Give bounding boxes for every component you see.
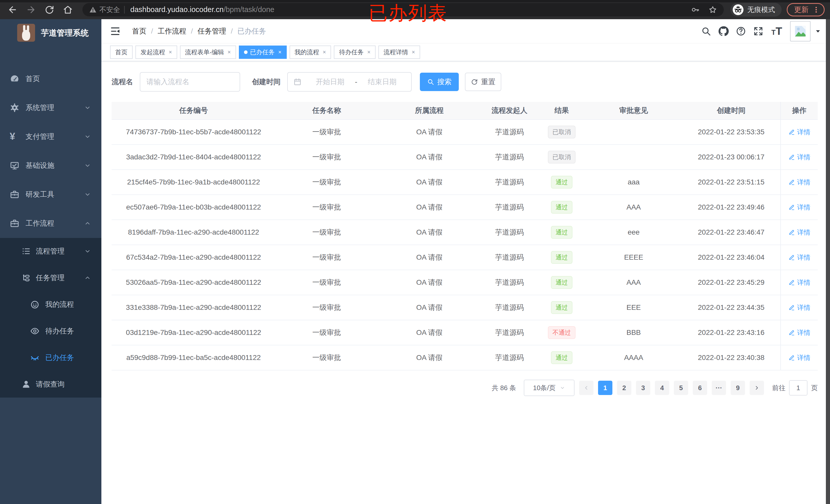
result-badge: 通过: [551, 226, 572, 239]
cell-created: 2022-01-23 00:06:17: [682, 153, 780, 161]
browser-menu-icon[interactable]: [812, 6, 820, 14]
sidebar-item-infra[interactable]: 基础设施: [0, 151, 101, 180]
tab-home[interactable]: 首页: [110, 45, 133, 59]
close-icon[interactable]: ×: [367, 49, 371, 56]
page-button-3[interactable]: 3: [636, 381, 650, 395]
calendar-icon: [293, 78, 301, 86]
result-badge: 已取消: [548, 126, 576, 138]
home-icon[interactable]: [62, 4, 74, 15]
sidebar-item-done-tasks[interactable]: 已办任务: [0, 344, 101, 371]
help-icon[interactable]: [732, 26, 749, 36]
breadcrumb-home[interactable]: 首页: [132, 26, 147, 36]
detail-link[interactable]: 详情: [788, 128, 810, 137]
cell-task-id: 53026aa5-7b9a-11ec-a290-acde48001122: [111, 278, 276, 287]
detail-link[interactable]: 详情: [788, 303, 810, 312]
page-button-4[interactable]: 4: [655, 381, 669, 395]
detail-link[interactable]: 详情: [788, 203, 810, 212]
reload-icon[interactable]: [43, 4, 55, 15]
table-row: ec507ae6-7b9a-11ec-b03b-acde48001122 一级审…: [111, 195, 818, 220]
search-button[interactable]: 搜索: [420, 73, 459, 91]
detail-link[interactable]: 详情: [788, 353, 810, 362]
prev-page-button[interactable]: [579, 381, 594, 395]
key-icon[interactable]: [691, 5, 700, 14]
page-ellipsis-button[interactable]: ···: [712, 381, 726, 395]
cell-opinion: AAAA: [585, 354, 682, 362]
github-icon[interactable]: [715, 25, 732, 37]
close-icon[interactable]: ×: [228, 49, 231, 56]
end-date-placeholder: 结束日期: [359, 77, 406, 87]
page-button-1[interactable]: 1: [598, 381, 612, 395]
update-button[interactable]: 更新: [787, 3, 825, 16]
sidebar-item-workflow[interactable]: 工作流程: [0, 209, 101, 238]
cell-opinion: eee: [585, 228, 682, 236]
reset-button[interactable]: 重置: [465, 73, 501, 91]
tab-todo-tasks[interactable]: 待办任务 ×: [334, 45, 376, 59]
result-badge: 通过: [551, 176, 572, 189]
sidebar-item-payment[interactable]: ¥ 支付管理: [0, 122, 101, 151]
result-badge: 通过: [551, 251, 572, 264]
detail-link[interactable]: 详情: [788, 178, 810, 187]
back-icon[interactable]: [7, 4, 19, 15]
detail-link[interactable]: 详情: [788, 228, 810, 237]
sidebar-item-home[interactable]: 首页: [0, 64, 101, 93]
pencil-icon: [788, 254, 795, 261]
cell-created: 2022-01-22 23:40:38: [682, 354, 780, 362]
tab-start-process[interactable]: 发起流程 ×: [135, 45, 177, 59]
sidebar-item-my-process[interactable]: 我的流程: [0, 291, 101, 318]
page-button-6[interactable]: 6: [693, 381, 707, 395]
sidebar-item-process-mgmt[interactable]: 流程管理: [0, 238, 101, 265]
next-page-button[interactable]: [749, 381, 764, 395]
sidebar-item-task-mgmt[interactable]: 任务管理: [0, 265, 101, 291]
process-name-label: 流程名: [111, 77, 133, 87]
sidebar-toggle-icon[interactable]: [109, 26, 121, 37]
tab-form-edit[interactable]: 流程表单-编辑 ×: [180, 45, 236, 59]
close-icon[interactable]: ×: [278, 49, 282, 56]
page-button-2[interactable]: 2: [617, 381, 631, 395]
close-icon[interactable]: ×: [412, 49, 415, 56]
search-icon[interactable]: [697, 26, 715, 36]
gear-icon: [10, 103, 20, 112]
date-range-picker[interactable]: 开始日期 - 结束日期: [287, 72, 412, 92]
cell-task-id: 8196daff-7b9a-11ec-a290-acde48001122: [111, 228, 276, 236]
page-button-5[interactable]: 5: [674, 381, 688, 395]
sidebar-item-system[interactable]: 系统管理: [0, 93, 101, 122]
browser-scrollbar[interactable]: [826, 19, 830, 504]
page-size-select[interactable]: 10条/页: [524, 380, 574, 396]
breadcrumb: 首页 / 工作流程 / 任务管理 / 已办任务: [132, 26, 266, 36]
detail-link[interactable]: 详情: [788, 253, 810, 262]
close-icon[interactable]: ×: [169, 49, 172, 56]
sidebar-item-todo-tasks[interactable]: 待办任务: [0, 318, 101, 344]
sidebar-item-leave-query[interactable]: 请假查询: [0, 371, 101, 398]
cell-starter: 芋道源码: [481, 353, 538, 363]
page-button-9[interactable]: 9: [731, 381, 745, 395]
tab-done-tasks[interactable]: 已办任务 ×: [239, 45, 287, 59]
goto-page-input[interactable]: [789, 380, 807, 396]
cell-opinion: AAA: [585, 203, 682, 211]
detail-link[interactable]: 详情: [788, 153, 810, 162]
sidebar-submenu: 流程管理 任务管理 我的流程 待办任务 已办任务 请假: [0, 238, 101, 398]
address-bar[interactable]: 不安全 dashboard.yudao.iocoder.cn /bpm/task…: [83, 3, 724, 16]
cell-created: 2022-01-22 23:53:35: [682, 128, 780, 136]
detail-link[interactable]: 详情: [788, 328, 810, 337]
close-icon[interactable]: ×: [323, 49, 326, 56]
star-icon[interactable]: [708, 5, 717, 14]
url-path: /bpm/task/done: [224, 5, 274, 14]
cell-result: 已取消: [538, 151, 585, 164]
caret-down-icon[interactable]: [815, 28, 821, 35]
sidebar-item-devtools[interactable]: 研发工具: [0, 180, 101, 209]
detail-link[interactable]: 详情: [788, 278, 810, 287]
avatar[interactable]: [790, 21, 810, 41]
table-row: 8196daff-7b9a-11ec-a290-acde48001122 一级审…: [111, 220, 818, 245]
tab-process-detail[interactable]: 流程详情 ×: [378, 45, 420, 59]
face-icon: [30, 300, 40, 309]
cell-opinion: AAA: [585, 278, 682, 287]
breadcrumb-workflow[interactable]: 工作流程: [158, 26, 186, 36]
font-size-icon[interactable]: TT: [767, 25, 787, 37]
process-name-input[interactable]: [140, 72, 240, 92]
breadcrumb-task-mgmt[interactable]: 任务管理: [198, 26, 226, 36]
tab-my-process[interactable]: 我的流程 ×: [290, 45, 331, 59]
fullscreen-icon[interactable]: [749, 26, 767, 36]
cell-starter: 芋道源码: [481, 228, 538, 237]
forward-icon[interactable]: [25, 4, 37, 15]
insecure-warning-icon[interactable]: [89, 6, 97, 13]
